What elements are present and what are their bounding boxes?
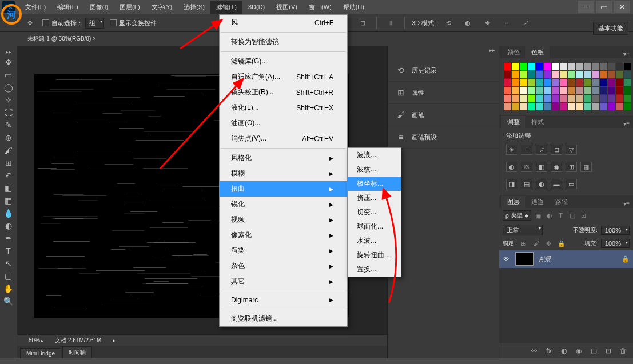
curves-icon[interactable]: ⫽ — [536, 145, 547, 155]
type-tool[interactable]: T — [1, 245, 16, 257]
color-swatch[interactable] — [616, 63, 623, 70]
submenu-item[interactable]: 挤压... — [348, 191, 401, 205]
3d-roll-icon[interactable]: ◐ — [461, 16, 475, 30]
selective-color-icon[interactable]: ▭ — [566, 179, 577, 189]
color-swatch[interactable] — [600, 103, 607, 110]
color-swatch[interactable] — [584, 63, 591, 70]
brush-tool[interactable]: 🖌 — [1, 144, 16, 157]
lasso-tool[interactable]: ◯ — [1, 81, 16, 94]
color-swatch[interactable] — [504, 95, 511, 102]
tab-adjustments[interactable]: 调整 — [501, 116, 525, 128]
expand-tools-icon[interactable]: ▸▸ — [1, 48, 16, 56]
color-swatch[interactable] — [528, 71, 535, 78]
visibility-icon[interactable]: 👁 — [503, 255, 511, 263]
eyedropper-tool[interactable]: ✎ — [1, 119, 16, 131]
color-swatch[interactable] — [616, 103, 623, 110]
color-swatch[interactable] — [624, 103, 631, 110]
submenu-item[interactable]: 波纹... — [348, 162, 401, 177]
3d-slide-icon[interactable]: ↔ — [500, 16, 513, 30]
3d-orbit-icon[interactable]: ⟲ — [441, 16, 455, 30]
color-swatch[interactable] — [584, 103, 591, 110]
move-tool-preset-icon[interactable]: ✥ — [23, 16, 37, 30]
lock-position-icon[interactable]: ✥ — [544, 239, 554, 248]
color-swatch[interactable] — [552, 63, 559, 70]
color-swatch[interactable] — [512, 95, 519, 102]
filter-menu-item[interactable]: 扭曲▶ — [220, 181, 347, 197]
distribute-icon[interactable]: ⫴ — [384, 16, 397, 30]
crop-tool[interactable]: ⛶ — [1, 106, 16, 119]
hue-sat-icon[interactable]: ◐ — [506, 162, 517, 172]
color-swatch[interactable] — [624, 87, 631, 94]
color-swatch[interactable] — [512, 79, 519, 86]
brightness-icon[interactable]: ☀ — [506, 145, 517, 155]
close-button[interactable]: ✕ — [614, 1, 630, 13]
color-swatch[interactable] — [616, 71, 623, 78]
menu-help[interactable]: 帮助(H) — [337, 1, 370, 14]
history-brush-tool[interactable]: ↶ — [1, 169, 16, 182]
filter-menu-item[interactable]: 锐化▶ — [220, 197, 347, 212]
gradient-tool[interactable]: ▦ — [1, 194, 16, 207]
color-swatch[interactable] — [504, 79, 511, 86]
color-swatch[interactable] — [576, 87, 583, 94]
opacity-input[interactable]: 100% — [601, 226, 630, 235]
color-swatch[interactable] — [536, 63, 543, 70]
3d-pan-icon[interactable]: ✥ — [480, 16, 494, 30]
layer-row[interactable]: 👁 背景 🔒 — [499, 250, 633, 268]
color-swatch[interactable] — [552, 71, 559, 78]
blend-mode-dropdown[interactable]: 正常 — [503, 225, 543, 235]
filter-adjustment-icon[interactable]: ◐ — [545, 211, 554, 220]
color-swatch[interactable] — [592, 71, 599, 78]
collapse-icon[interactable]: ▸▸ — [388, 46, 499, 55]
color-swatch[interactable] — [560, 79, 567, 86]
color-swatch[interactable] — [504, 103, 511, 110]
menu-window[interactable]: 窗口(W) — [303, 1, 337, 14]
tab-timeline[interactable]: 时间轴 — [62, 346, 92, 358]
filter-menu-item[interactable]: 浏览联机滤镜... — [220, 311, 347, 326]
color-swatch[interactable] — [536, 95, 543, 102]
color-swatch[interactable] — [568, 79, 575, 86]
color-swatch[interactable] — [560, 95, 567, 102]
color-swatch[interactable] — [568, 71, 575, 78]
panel-menu-icon[interactable]: ▾≡ — [620, 119, 633, 128]
lock-transparency-icon[interactable]: ⊞ — [519, 239, 528, 248]
filter-menu-item[interactable]: 自适应广角(A)...Shift+Ctrl+A — [220, 69, 347, 85]
panel-menu-icon[interactable]: ▾≡ — [620, 199, 633, 208]
3d-scale-icon[interactable]: ⤢ — [519, 16, 533, 30]
auto-select-checkbox[interactable]: 自动选择： 组 — [42, 18, 104, 29]
color-swatch[interactable] — [504, 87, 511, 94]
color-swatch[interactable] — [504, 71, 511, 78]
color-swatch[interactable] — [608, 63, 615, 70]
filter-menu-item[interactable]: 像素化▶ — [220, 227, 347, 243]
filter-menu-item[interactable]: 镜头校正(R)...Shift+Ctrl+R — [220, 85, 347, 100]
color-swatch[interactable] — [576, 63, 583, 70]
menu-3d[interactable]: 3D(D) — [242, 1, 270, 13]
new-layer-icon[interactable]: ⊡ — [603, 346, 614, 356]
filter-type-icon[interactable]: T — [556, 211, 566, 220]
auto-select-dropdown[interactable]: 组 — [85, 18, 104, 29]
menu-file[interactable]: 文件(F) — [19, 1, 51, 14]
color-swatch[interactable] — [576, 79, 583, 86]
maximize-button[interactable]: ▭ — [596, 1, 612, 13]
show-transform-checkbox[interactable]: 显示变换控件 — [110, 19, 157, 27]
color-swatch[interactable] — [584, 87, 591, 94]
filter-shape-icon[interactable]: ▢ — [568, 211, 577, 220]
filter-menu-item[interactable]: 消失点(V)...Alt+Ctrl+V — [220, 131, 347, 146]
channel-mixer-icon[interactable]: ⊞ — [566, 162, 577, 172]
color-swatch[interactable] — [544, 95, 551, 102]
color-balance-icon[interactable]: ⚖ — [521, 162, 532, 172]
filter-menu-item[interactable]: 滤镜库(G)... — [220, 54, 347, 69]
eraser-tool[interactable]: ◧ — [1, 182, 16, 194]
blur-tool[interactable]: 💧 — [1, 207, 16, 219]
filter-menu-item[interactable]: 模糊▶ — [220, 166, 347, 181]
color-swatch[interactable] — [592, 103, 599, 110]
tab-mini-bridge[interactable]: Mini Bridge — [20, 348, 61, 358]
tab-paths[interactable]: 路径 — [550, 196, 574, 208]
submenu-item[interactable]: 极坐标... — [348, 177, 401, 191]
filter-menu-item[interactable]: 杂色▶ — [220, 258, 347, 274]
color-swatch[interactable] — [624, 95, 631, 102]
menu-view[interactable]: 视图(V) — [270, 1, 303, 14]
color-swatch[interactable] — [608, 103, 615, 110]
layer-name[interactable]: 背景 — [538, 255, 617, 263]
color-swatch[interactable] — [552, 95, 559, 102]
menu-image[interactable]: 图像(I) — [84, 1, 114, 14]
